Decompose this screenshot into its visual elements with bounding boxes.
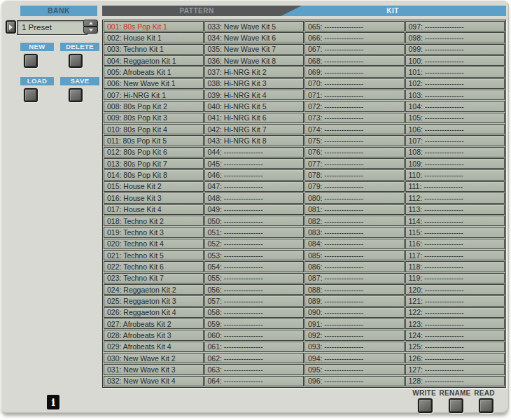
kit-slot[interactable]: 128: ---------------- <box>405 376 505 386</box>
kit-slot[interactable]: 009: 80s Pop Kit 3 <box>104 113 204 123</box>
kit-slot[interactable]: 115: ---------------- <box>405 227 505 237</box>
kit-slot[interactable]: 118: ---------------- <box>405 261 505 272</box>
rename-button[interactable] <box>449 398 463 413</box>
kit-slot[interactable]: 059: ---------------- <box>204 318 304 329</box>
kit-slot[interactable]: 083: ---------------- <box>304 227 405 237</box>
kit-slot[interactable]: 090: ---------------- <box>304 307 405 318</box>
kit-slot[interactable]: 084: ---------------- <box>304 239 405 249</box>
kit-slot[interactable]: 086: ---------------- <box>304 261 405 272</box>
kit-slot[interactable]: 077: ---------------- <box>304 158 405 169</box>
kit-slot[interactable]: 127: ---------------- <box>405 364 505 374</box>
kit-slot[interactable]: 056: ---------------- <box>204 284 304 295</box>
new-button[interactable] <box>24 54 38 68</box>
kit-slot[interactable]: 105: ---------------- <box>405 113 505 123</box>
kit-slot[interactable]: 047: ---------------- <box>204 181 304 192</box>
kit-slot[interactable]: 123: ---------------- <box>405 318 505 329</box>
kit-slot[interactable]: 097: ---------------- <box>405 21 505 31</box>
delete-button[interactable] <box>69 54 83 68</box>
kit-slot[interactable]: 029: Afrobeats Kit 4 <box>104 342 204 352</box>
preset-decrement-button[interactable] <box>83 27 98 34</box>
kit-slot[interactable]: 075: ---------------- <box>304 135 405 146</box>
kit-slot[interactable]: 082: ---------------- <box>304 216 405 226</box>
kit-slot[interactable]: 006: New Wave Kit 1 <box>104 78 204 89</box>
kit-slot[interactable]: 026: Reggaeton Kit 4 <box>104 307 204 318</box>
kit-slot[interactable]: 120: ---------------- <box>405 284 505 295</box>
kit-slot[interactable]: 048: ---------------- <box>204 192 304 203</box>
kit-slot[interactable]: 015: House Kit 2 <box>104 181 204 192</box>
kit-slot[interactable]: 121: ---------------- <box>405 295 505 306</box>
kit-slot[interactable]: 074: ---------------- <box>304 124 405 134</box>
kit-slot[interactable]: 034: New Wave Kit 6 <box>204 32 304 43</box>
kit-slot[interactable]: 025: Reggaeton Kit 3 <box>104 295 204 306</box>
kit-slot[interactable]: 062: ---------------- <box>204 353 304 363</box>
kit-slot[interactable]: 110: ---------------- <box>405 169 505 180</box>
kit-slot[interactable]: 079: ---------------- <box>304 181 405 192</box>
kit-slot[interactable]: 003: Techno Kit 1 <box>104 44 204 55</box>
kit-slot[interactable]: 018: Techno Kit 2 <box>104 216 204 226</box>
kit-slot[interactable]: 088: ---------------- <box>304 284 405 295</box>
kit-slot[interactable]: 023: Techno Kit 7 <box>104 273 204 284</box>
load-button[interactable] <box>24 88 38 102</box>
kit-slot[interactable]: 101: ---------------- <box>405 66 505 77</box>
kit-slot[interactable]: 036: New Wave Kit 8 <box>204 55 304 66</box>
kit-slot[interactable]: 019: Techno Kit 3 <box>104 227 204 237</box>
kit-slot[interactable]: 050: ---------------- <box>204 216 304 226</box>
kit-tab[interactable]: PATTERN KIT <box>102 6 506 16</box>
kit-slot[interactable]: 039: Hi-NRG Kit 4 <box>204 90 304 100</box>
preset-menu-button[interactable] <box>6 20 16 34</box>
read-button[interactable] <box>479 398 493 413</box>
kit-slot[interactable]: 061: ---------------- <box>204 342 304 352</box>
kit-slot[interactable]: 072: ---------------- <box>304 101 405 111</box>
kit-slot[interactable]: 073: ---------------- <box>304 113 405 123</box>
kit-slot[interactable]: 070: ---------------- <box>304 78 405 89</box>
kit-slot[interactable]: 111: ---------------- <box>405 181 505 192</box>
kit-slot[interactable]: 099: ---------------- <box>405 44 505 55</box>
kit-slot[interactable]: 033: New Wave Kit 5 <box>204 21 304 31</box>
pattern-tab[interactable] <box>102 6 302 16</box>
kit-slot[interactable]: 098: ---------------- <box>405 32 505 43</box>
kit-slot[interactable]: 109: ---------------- <box>405 158 505 169</box>
kit-slot[interactable]: 063: ---------------- <box>204 364 304 374</box>
kit-slot[interactable]: 096: ---------------- <box>304 376 405 386</box>
kit-slot[interactable]: 022: Techno Kit 6 <box>104 261 204 272</box>
kit-slot[interactable]: 064: ---------------- <box>204 376 304 386</box>
kit-slot[interactable]: 081: ---------------- <box>304 204 405 215</box>
kit-slot[interactable]: 114: ---------------- <box>405 216 505 226</box>
kit-slot[interactable]: 049: ---------------- <box>204 204 304 215</box>
info-button[interactable]: i <box>47 395 59 410</box>
kit-slot[interactable]: 095: ---------------- <box>304 364 405 374</box>
kit-slot[interactable]: 113: ---------------- <box>405 204 505 215</box>
kit-slot[interactable]: 054: ---------------- <box>204 261 304 272</box>
kit-slot[interactable]: 108: ---------------- <box>405 147 505 158</box>
kit-slot[interactable]: 069: ---------------- <box>304 66 405 77</box>
kit-slot[interactable]: 045: ---------------- <box>204 158 304 169</box>
kit-slot[interactable]: 016: House Kit 3 <box>104 192 204 203</box>
kit-slot[interactable]: 104: ---------------- <box>405 101 505 111</box>
kit-slot[interactable]: 037: Hi-NRG Kit 2 <box>204 66 304 77</box>
kit-slot[interactable]: 057: ---------------- <box>204 295 304 306</box>
kit-slot[interactable]: 076: ---------------- <box>304 147 405 158</box>
kit-slot[interactable]: 085: ---------------- <box>304 250 405 260</box>
kit-slot[interactable]: 112: ---------------- <box>405 192 505 203</box>
kit-slot[interactable]: 089: ---------------- <box>304 295 405 306</box>
kit-slot[interactable]: 042: Hi-NRG Kit 7 <box>204 124 304 134</box>
kit-slot[interactable]: 012: 80s Pop Kit 6 <box>104 147 204 158</box>
kit-slot[interactable]: 013: 80s Pop Kit 7 <box>104 158 204 169</box>
kit-slot[interactable]: 122: ---------------- <box>405 307 505 318</box>
kit-slot[interactable]: 008: 80s Pop Kit 2 <box>104 101 204 111</box>
kit-slot[interactable]: 100: ---------------- <box>405 55 505 66</box>
kit-slot[interactable]: 028: Afrobeats Kit 3 <box>104 330 204 340</box>
kit-slot[interactable]: 005: Afrobeats Kit 1 <box>104 66 204 77</box>
kit-slot[interactable]: 087: ---------------- <box>304 273 405 284</box>
kit-slot[interactable]: 001: 80s Pop Kit 1 <box>104 21 204 31</box>
kit-slot[interactable]: 093: ---------------- <box>304 342 405 352</box>
kit-slot[interactable]: 043: Hi-NRG Kit 8 <box>204 135 304 146</box>
kit-slot[interactable]: 024: Reggaeton Kit 2 <box>104 284 204 295</box>
kit-slot[interactable]: 052: ---------------- <box>204 239 304 249</box>
kit-slot[interactable]: 091: ---------------- <box>304 318 405 329</box>
kit-slot[interactable]: 068: ---------------- <box>304 55 405 66</box>
kit-slot[interactable]: 125: ---------------- <box>405 342 505 352</box>
kit-slot[interactable]: 051: ---------------- <box>204 227 304 237</box>
kit-slot[interactable]: 027: Afrobeats Kit 2 <box>104 318 204 329</box>
kit-slot[interactable]: 021: Techno Kit 5 <box>104 250 204 260</box>
